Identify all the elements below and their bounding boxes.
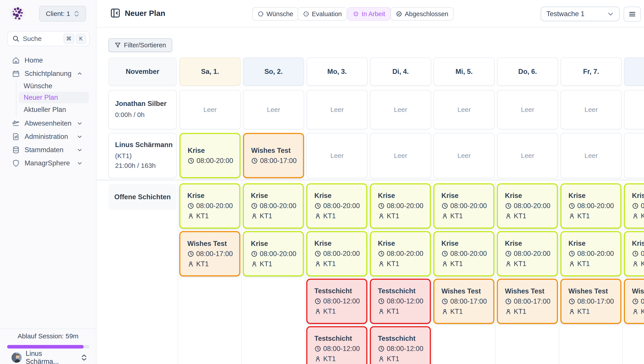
shift-card-krise[interactable]: Krise08:00-20:00KT1 (433, 231, 494, 276)
shift-card-time: 08:00-20:00 (314, 202, 366, 210)
sidebar-item-aktueller-plan[interactable]: Aktueller Plan (0, 104, 96, 115)
shift-card-wishes[interactable]: Wishes Test08:00-17:00KT1 (624, 279, 644, 324)
shift-card-title: Krise (505, 192, 557, 200)
shift-card-test[interactable]: Testschicht08:00-12:00KT1 (306, 326, 367, 364)
empty-shift-cell[interactable]: Leer (561, 90, 622, 129)
shift-card-role: KT1 (505, 308, 557, 316)
empty-shift-cell[interactable]: Leer (624, 90, 644, 129)
shift-card-krise[interactable]: Krise08:00-20:00KT1 (370, 231, 431, 276)
shield-icon (12, 160, 20, 167)
cmd-keycap: ⌘ (64, 34, 74, 44)
shift-card-krise[interactable]: Krise08:00-20:00KT1 (624, 231, 644, 276)
status-pill-wuensche[interactable]: Wünsche (252, 7, 298, 20)
sidebar-item-home[interactable]: Home (0, 54, 96, 66)
sidebar-item-schichtplanung[interactable]: Schichtplanung (0, 68, 96, 80)
shift-card-time: 08:00-20:00 (251, 250, 303, 258)
sidebar-item-neuer-plan[interactable]: Neuer Plan (19, 92, 89, 103)
person-icon (505, 213, 512, 219)
clock-icon (505, 298, 512, 305)
station-selector[interactable]: Testwache 1 (541, 7, 620, 21)
shift-card-role: KT1 (187, 260, 239, 268)
shift-card-krise[interactable]: Krise08:00-20:00KT1 (370, 183, 431, 229)
shift-card-krise[interactable]: Krise08:00-20:00KT1 (243, 183, 304, 229)
day-header: Di, 4. (370, 58, 431, 86)
empty-shift-cell[interactable]: Leer (243, 90, 304, 129)
shift-card-time: 08:00-20:00 (314, 250, 366, 258)
status-pill-in-arbeit[interactable]: In Arbeit (348, 7, 390, 20)
shift-card-time: 08:00-20:00 (187, 202, 239, 210)
person-icon (442, 213, 448, 219)
shift-card-wishes[interactable]: Wishes Test08:00-17:00KT1 (433, 279, 494, 324)
shift-card-title: Krise (314, 240, 366, 248)
shift-card-role: KT1 (378, 308, 430, 315)
person-icon (442, 260, 448, 267)
shift-card-role: KT1 (632, 308, 644, 316)
empty-shift-cell[interactable]: Leer (624, 133, 644, 178)
shift-card-krise[interactable]: Krise08:00-20:00KT1 (433, 183, 494, 229)
status-pill-abgeschlossen[interactable]: Abgeschlossen (391, 7, 454, 20)
client-selector[interactable]: Client: 1 (39, 6, 86, 22)
status-pill-evaluation[interactable]: Evaluation (298, 7, 347, 20)
sidebar-item-managrsphere[interactable]: ManagrSphere (0, 157, 96, 169)
shift-card-test[interactable]: Testschicht08:00-12:00KT1 (370, 326, 431, 364)
search-shortcut: ⌘ K (64, 34, 86, 44)
shift-card-test[interactable]: Testschicht08:00-12:00KT1 (306, 279, 367, 324)
sidebar-item-stammdaten[interactable]: Stammdaten (0, 144, 96, 156)
status-pill-label: Evaluation (312, 10, 342, 18)
sidebar-item-label: Schichtplanung (25, 70, 72, 78)
shift-card-wishes[interactable]: Wishes Test08:00-17:00KT1 (497, 279, 558, 324)
month-header: November (108, 58, 177, 86)
sidebar-item-wuensche[interactable]: Wünsche (0, 81, 96, 91)
open-shift-slot: Krise08:00-20:00KT1 (242, 230, 305, 277)
shift-card-time: 08:00-12:00 (314, 297, 366, 305)
empty-shift-cell[interactable]: Leer (306, 90, 368, 129)
shift-card-test[interactable]: Testschicht08:00-12:00KT1 (370, 279, 431, 324)
empty-shift-cell[interactable]: Leer (179, 90, 240, 129)
empty-shift-cell[interactable]: Leer (497, 133, 558, 178)
empty-shift-cell[interactable]: Leer (434, 133, 495, 178)
empty-shift-cell[interactable]: Leer (370, 133, 431, 178)
collapse-sidebar-icon[interactable] (110, 8, 121, 18)
empty-shift-cell[interactable]: Leer (370, 90, 431, 129)
empty-shift-cell[interactable]: Leer (306, 133, 368, 178)
user-name: Linus Schärma... (26, 350, 77, 364)
shift-card-krise[interactable]: Krise08:00-20:00KT1 (179, 183, 240, 229)
shift-card-title: Wishes Test (632, 287, 644, 295)
shift-card-title: Krise (442, 240, 493, 248)
sidebar-item-administration[interactable]: Administration (0, 131, 96, 143)
person-icon (632, 260, 639, 267)
chevron-up-icon (77, 71, 82, 76)
person-icon (187, 261, 194, 267)
search-input[interactable]: Suche ⌘ K (7, 31, 90, 46)
clock-icon (378, 250, 385, 257)
person-icon (568, 260, 575, 267)
empty-shift-cell[interactable]: Leer (497, 90, 558, 129)
shift-card-role: KT1 (314, 260, 366, 268)
empty-shift-cell[interactable]: Leer (561, 133, 622, 178)
open-shift-slot: Testschicht08:00-12:00KT1 (369, 325, 432, 364)
shift-card-krise[interactable]: Krise08:00-20:00KT1 (497, 183, 558, 229)
sidebar-item-abwesenheiten[interactable]: Abwesenheiten (0, 118, 96, 129)
shift-card-wishes[interactable]: Wishes Test08:00-17:00 (243, 133, 304, 178)
shift-card-krise[interactable]: Krise08:00-20:00KT1 (497, 231, 558, 276)
shift-card-krise[interactable]: Krise08:00-20:00KT1 (560, 183, 621, 229)
menu-button[interactable] (624, 7, 641, 22)
empty-shift-cell[interactable]: Leer (434, 90, 495, 129)
shift-card-wishes[interactable]: Wishes Test08:00-17:00KT1 (560, 279, 621, 324)
shift-card-wishes[interactable]: Wishes Test08:00-17:00KT1 (179, 231, 240, 276)
filter-sort-button[interactable]: Filter/Sortieren (108, 38, 172, 52)
shift-card-krise[interactable]: Krise08:00-20:00KT1 (306, 231, 367, 276)
shift-card-krise[interactable]: Krise08:00-20:00KT1 (306, 183, 367, 229)
clock-icon (314, 202, 321, 209)
shift-card-krise[interactable]: Krise08:00-20:00KT1 (243, 231, 304, 276)
person-icon (378, 260, 385, 267)
shift-card-title: Krise (251, 192, 303, 200)
shift-card-krise[interactable]: Krise08:00-20:00KT1 (624, 183, 644, 229)
shift-card-krise[interactable]: Krise08:00-20:00KT1 (560, 231, 621, 276)
up-down-chevron-icon (81, 354, 87, 361)
user-menu[interactable]: Linus Schärma... (12, 352, 87, 363)
open-shift-slot (242, 325, 305, 364)
shift-card-krise[interactable]: Krise08:00-20:00 (179, 133, 240, 178)
day-header: Do, 6. (497, 58, 558, 86)
person-icon (314, 308, 321, 315)
